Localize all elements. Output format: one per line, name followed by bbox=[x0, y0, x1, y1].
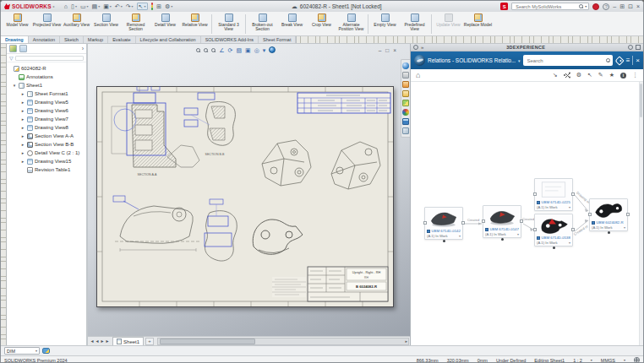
sheet-scale[interactable]: 1 : 2 bbox=[573, 358, 582, 363]
expand-icon[interactable]: ▸ bbox=[20, 133, 25, 138]
zoom-button[interactable] bbox=[211, 48, 216, 52]
tree-item-drawing-view7[interactable]: ▸Drawing View7 bbox=[7, 115, 86, 123]
feature-manager-tab-icon[interactable] bbox=[9, 45, 17, 52]
units-dropdown-icon[interactable]: ▾ bbox=[624, 358, 625, 362]
custom-properties-icon[interactable] bbox=[402, 127, 409, 134]
doc-restore-icon[interactable]: □ bbox=[385, 47, 389, 53]
select-dropdown-icon[interactable]: ▾ bbox=[144, 5, 145, 8]
restore-button[interactable]: ⊞ bbox=[619, 3, 625, 9]
model-view-button[interactable]: Model View bbox=[3, 13, 32, 35]
drawing-sheet[interactable]: SECTION A-A SECTION B-B bbox=[96, 86, 394, 307]
options-button[interactable]: ⚙▾ bbox=[165, 3, 172, 9]
collapse-icon[interactable]: ▾ bbox=[12, 83, 17, 88]
tab-sketch[interactable]: Sketch bbox=[60, 36, 84, 43]
node-expand-icon[interactable]: ▾ bbox=[459, 234, 461, 238]
expand-icon[interactable]: ▸ bbox=[20, 108, 25, 113]
tab-evaluate[interactable]: Evaluate bbox=[108, 36, 135, 43]
undo-dropdown-icon[interactable]: ▾ bbox=[121, 5, 123, 8]
relations-scrollbar[interactable] bbox=[639, 82, 643, 345]
property-manager-tab-icon[interactable] bbox=[19, 45, 27, 52]
tree-item-sheet1[interactable]: ▾Sheet1 bbox=[7, 81, 86, 89]
home-button[interactable]: ⌂ bbox=[64, 3, 68, 9]
tree-item-drawing-view8[interactable]: ▸Drawing View8 bbox=[7, 123, 86, 132]
3dexperience-compass-icon[interactable] bbox=[414, 55, 425, 66]
info-icon[interactable]: i bbox=[620, 73, 626, 79]
help-button[interactable]: ? bbox=[603, 3, 609, 10]
annotation-arrow-button[interactable]: ▾ bbox=[263, 47, 266, 53]
tree-item-drawing-view6[interactable]: ▸Drawing View6 bbox=[7, 106, 86, 115]
globe-icon[interactable] bbox=[634, 357, 640, 363]
panel-menu-icon[interactable]: ≡ bbox=[626, 57, 630, 64]
options-dropdown-icon[interactable]: ▾ bbox=[171, 5, 172, 8]
removed-section-button[interactable]: Removed Section bbox=[121, 13, 150, 35]
panel-expand-icon[interactable]: › bbox=[82, 46, 84, 51]
3dexperience-sphere-button[interactable] bbox=[269, 46, 276, 53]
solidworks-network-icon[interactable]: S bbox=[500, 3, 508, 10]
doc-close-icon[interactable]: × bbox=[393, 47, 396, 53]
tab-markup[interactable]: Markup bbox=[84, 36, 108, 43]
empty-view-button[interactable]: Empty View bbox=[370, 13, 400, 35]
redo-button[interactable]: ↷▾ bbox=[126, 3, 134, 9]
standard-3-view-button[interactable]: Standard 3 View bbox=[214, 13, 243, 35]
print-dropdown-icon[interactable]: ▾ bbox=[110, 5, 112, 8]
tree-item-section-view-aa[interactable]: ▸Section View A-A bbox=[7, 132, 86, 140]
settings-gear-icon[interactable]: ⚙ bbox=[576, 72, 581, 79]
dim-favorite-icon[interactable] bbox=[42, 348, 50, 354]
tab-drawing[interactable]: Drawing bbox=[1, 36, 29, 43]
undo-button[interactable]: ↶▾ bbox=[115, 3, 123, 9]
tree-root[interactable]: 6024082-R bbox=[7, 64, 86, 73]
tree-item-annotations[interactable]: Annotations bbox=[7, 73, 86, 81]
node-name[interactable]: UBM 6714D-01420 bbox=[432, 229, 461, 233]
logo-chevron-icon[interactable]: ▸ bbox=[53, 4, 55, 8]
node-name[interactable]: UBM 6714D-02256 bbox=[542, 200, 571, 204]
tree-item-drawing-view5[interactable]: ▸Drawing View5 bbox=[7, 98, 86, 106]
panel-refresh-icon[interactable] bbox=[413, 45, 418, 50]
unit-system[interactable]: MMGS bbox=[601, 358, 615, 363]
filter-icon[interactable]: ▽ bbox=[9, 56, 14, 61]
expand-icon[interactable]: ▸ bbox=[20, 116, 25, 122]
tree-item-section-view-bb[interactable]: ▸Section View B-B bbox=[7, 140, 86, 149]
graphics-area[interactable]: ∠ ⟳ ▧ ▣ ◎ ▾ – □ × bbox=[88, 44, 410, 345]
tree-item-revision-table1[interactable]: Revision Table1 bbox=[7, 165, 86, 174]
node-expand-icon[interactable]: ▾ bbox=[517, 232, 519, 236]
hide-show-items-button[interactable]: ◎ bbox=[254, 47, 259, 53]
relations-canvas[interactable]: Created Created Drawing of Created of UB… bbox=[411, 82, 643, 345]
search-dropdown-icon[interactable]: ▾ bbox=[585, 4, 587, 8]
relations-home-icon[interactable]: ⌂ bbox=[416, 71, 420, 79]
last-sheet-button[interactable]: ▸ bbox=[105, 339, 110, 344]
display-settings-button[interactable]: ⊞ bbox=[156, 3, 161, 9]
minimize-button[interactable]: – bbox=[613, 3, 616, 9]
node-expand-icon[interactable]: ▾ bbox=[624, 225, 625, 230]
edit-pencil-icon[interactable]: ✎ bbox=[598, 72, 603, 79]
print-button[interactable]: ▣▾ bbox=[103, 3, 112, 9]
tab-lifecycle[interactable]: Lifecycle and Collaboration bbox=[136, 36, 201, 43]
share-graph-icon[interactable] bbox=[564, 72, 570, 79]
expand-icon[interactable]: ▸ bbox=[20, 91, 25, 96]
dim-style-select[interactable]: DIM▾ bbox=[4, 347, 40, 355]
design-library-icon[interactable] bbox=[402, 90, 409, 97]
more-options-icon[interactable]: ⋮ bbox=[632, 72, 638, 79]
expand-icon[interactable]: ▸ bbox=[20, 125, 25, 130]
3dexperience-marketplace-icon[interactable] bbox=[402, 62, 409, 69]
expand-icon[interactable]: ▸ bbox=[20, 159, 25, 164]
predefined-view-button[interactable]: Predefined View bbox=[400, 13, 429, 35]
relation-node-4[interactable]: UBM 6714D-05385 (A.1) In Work▾ bbox=[534, 214, 573, 247]
tags-icon[interactable] bbox=[614, 56, 624, 65]
relations-search-input[interactable] bbox=[526, 57, 604, 64]
sheet-tab[interactable]: Sheet1 bbox=[112, 337, 144, 345]
save-dropdown-icon[interactable]: ▾ bbox=[98, 5, 100, 8]
detail-view-button[interactable]: Detail View bbox=[150, 13, 180, 35]
tree-item-drawing-view15[interactable]: ▸Drawing View15 bbox=[7, 157, 86, 165]
open-button[interactable]: ▭▾ bbox=[80, 3, 89, 9]
section-view-button[interactable]: Section View bbox=[91, 13, 121, 35]
redraw-button[interactable]: ⟳ bbox=[228, 47, 233, 53]
new-button[interactable]: ▯▾ bbox=[71, 3, 77, 9]
node-port-icon[interactable] bbox=[553, 247, 555, 249]
relations-search-icon[interactable] bbox=[606, 58, 610, 62]
zoom-to-fit-button[interactable] bbox=[196, 48, 200, 52]
home-tab-icon[interactable] bbox=[402, 81, 409, 88]
panel-collapse-icon[interactable]: » bbox=[421, 45, 423, 50]
search-input[interactable] bbox=[514, 3, 577, 10]
scale-dropdown-icon[interactable]: ▾ bbox=[591, 358, 592, 362]
auxiliary-view-button[interactable]: Auxiliary View bbox=[62, 13, 91, 35]
